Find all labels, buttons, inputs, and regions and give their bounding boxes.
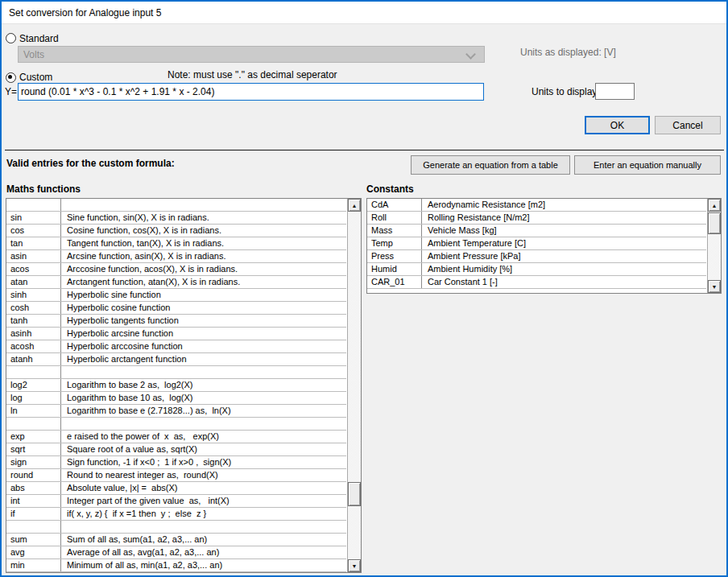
units-as-displayed-text: Units as displayed: [V] — [520, 47, 616, 58]
table-row[interactable]: MassVehicle Mass [kg] — [367, 225, 706, 237]
triangle-up-icon: ▲ — [712, 203, 718, 208]
function-description-cell: Hyperbolic arctangent function — [61, 353, 346, 365]
table-row[interactable]: intInteger part of the given value as, i… — [6, 495, 346, 508]
triangle-up-icon: ▲ — [352, 203, 358, 208]
function-description-cell: Hyperbolic cosine function — [61, 302, 346, 314]
function-description-cell — [61, 521, 346, 533]
function-description-cell — [61, 418, 346, 430]
function-description-cell: Square root of a value as, sqrt(X) — [61, 443, 346, 455]
constant-name-cell: Mass — [367, 225, 422, 237]
function-description-cell — [61, 199, 346, 211]
table-row[interactable] — [6, 199, 346, 212]
table-row[interactable]: lnLogarithm to base e (2.71828...) as, l… — [6, 405, 346, 418]
function-description-cell — [61, 366, 346, 378]
function-description-cell: Sine function, sin(X), X is in radians. — [61, 212, 346, 224]
table-row[interactable]: PressAmbient Pressure [kPa] — [367, 250, 706, 263]
table-row[interactable]: minMinimum of all as, min(a1, a2, a3,...… — [6, 559, 346, 572]
table-row[interactable]: atanhHyperbolic arctangent function — [6, 353, 346, 366]
constant-name-cell: Humid — [367, 263, 422, 275]
function-name-cell: exp — [6, 431, 61, 443]
maths-functions-heading: Maths functions — [6, 183, 81, 195]
table-row[interactable]: sinSine function, sin(X), X is in radian… — [6, 212, 346, 225]
formula-input[interactable] — [18, 83, 484, 101]
table-row[interactable]: coshHyperbolic cosine function — [6, 302, 346, 315]
function-name-cell: log — [6, 392, 61, 404]
constant-description-cell: Car Constant 1 [-] — [422, 276, 706, 288]
table-row[interactable] — [6, 418, 346, 431]
scroll-up-button[interactable]: ▲ — [348, 199, 361, 212]
maths-scrollbar[interactable]: ▲ ▼ — [347, 199, 361, 572]
function-description-cell: Hyperbolic tangents function — [61, 315, 346, 327]
ok-button[interactable]: OK — [585, 116, 650, 134]
dialog-title: Set conversion for Analogue input 5 — [9, 7, 161, 19]
table-row[interactable]: RollRolling Resistance [N/m2] — [367, 212, 706, 225]
function-name-cell: sum — [6, 534, 61, 546]
generate-equation-button[interactable]: Generate an equation from a table — [411, 155, 570, 175]
function-name-cell: tanh — [6, 315, 61, 327]
units-to-display-label: Units to display: — [532, 86, 600, 97]
scrollbar-thumb[interactable] — [708, 212, 721, 234]
function-name-cell: sqrt — [6, 443, 61, 455]
custom-radio-label: Custom — [19, 72, 52, 83]
triangle-down-icon: ▼ — [352, 563, 358, 569]
cancel-button[interactable]: Cancel — [655, 116, 721, 134]
function-description-cell: Minimum of all as, min(a1, a2, a3,... an… — [61, 559, 346, 571]
table-row[interactable]: avgAverage of all as, avg(a1, a2, a3,...… — [6, 546, 346, 559]
function-description-cell: Tangent function, tan(X), X is in radian… — [61, 237, 346, 249]
table-row[interactable]: HumidAmbient Humidity [%] — [367, 263, 706, 276]
constant-description-cell: Vehicle Mass [kg] — [422, 225, 706, 237]
function-description-cell: Hyperbolic sine function — [61, 289, 346, 301]
constant-description-cell: Rolling Resistance [N/m2] — [422, 212, 706, 224]
table-row[interactable]: asinhHyperbolic arcsine function — [6, 328, 346, 340]
table-row[interactable]: expe raised to the power of x as, exp(X) — [6, 431, 346, 443]
function-description-cell: Sum of all as, sum(a1, a2, a3,... an) — [61, 534, 346, 546]
triangle-up-button[interactable]: ▲ — [708, 199, 721, 212]
function-name-cell: log2 — [6, 379, 61, 391]
function-name-cell: atanh — [6, 353, 61, 365]
function-description-cell: Logarithm to base e (2.71828...) as, ln(… — [61, 405, 346, 417]
custom-radio[interactable] — [6, 72, 16, 83]
function-name-cell: if — [6, 508, 61, 520]
table-row[interactable]: acosArccosine function, acos(X), X is in… — [6, 263, 346, 276]
table-row[interactable]: sqrtSquare root of a value as, sqrt(X) — [6, 443, 346, 456]
standard-radio[interactable] — [6, 33, 16, 43]
table-row[interactable]: absAbsolute value, |x| = abs(X) — [6, 482, 346, 495]
function-name-cell: avg — [6, 546, 61, 558]
table-row[interactable] — [6, 521, 346, 534]
table-row[interactable]: asinArcsine function, asin(X), X is in r… — [6, 250, 346, 263]
table-row[interactable]: roundRound to nearest integer as, round(… — [6, 469, 346, 482]
constants-scrollbar[interactable]: ▲ ▼ — [707, 199, 721, 293]
set-conversion-dialog: Set conversion for Analogue input 5 Stan… — [0, 0, 728, 577]
table-row[interactable]: sinhHyperbolic sine function — [6, 289, 346, 302]
table-row[interactable]: tanTangent function, tan(X), X is in rad… — [6, 237, 346, 250]
table-row[interactable]: logLogarithm to base 10 as, log(X) — [6, 392, 346, 405]
table-row[interactable]: log2Logarithm to base 2 as, log2(X) — [6, 379, 346, 392]
function-name-cell: acosh — [6, 340, 61, 352]
function-name-cell: asinh — [6, 328, 61, 340]
scrollbar-thumb[interactable] — [348, 482, 361, 506]
table-row[interactable]: cosCosine function, cos(X), X is in radi… — [6, 225, 346, 237]
table-row[interactable]: atanArctangent function, atan(X), X is i… — [6, 276, 346, 289]
table-row[interactable]: acoshHyperbolic arccosine function — [6, 340, 346, 353]
standard-units-dropdown: Volts — [18, 46, 485, 63]
enter-equation-button[interactable]: Enter an equation manually — [574, 155, 721, 175]
scroll-down-button[interactable]: ▼ — [348, 559, 361, 572]
table-row[interactable]: CdAAerodynamic Resistance [m2] — [367, 199, 706, 212]
chevron-down-icon — [465, 49, 476, 60]
dropdown-selected-value: Volts — [23, 49, 44, 60]
table-row[interactable]: CAR_01Car Constant 1 [-] — [367, 276, 706, 289]
table-row[interactable]: sumSum of all as, sum(a1, a2, a3,... an) — [6, 534, 346, 546]
constant-name-cell: CdA — [367, 199, 422, 211]
units-to-display-input[interactable] — [595, 83, 635, 100]
constants-rows: CdAAerodynamic Resistance [m2]RollRollin… — [367, 199, 706, 293]
table-row[interactable]: tanhHyperbolic tangents function — [6, 315, 346, 328]
title-bar: Set conversion for Analogue input 5 — [2, 2, 726, 24]
table-row[interactable]: ifif( x, y, z) { if x =1 then y ; else z… — [6, 508, 346, 521]
table-row[interactable]: TempAmbient Temperature [C] — [367, 237, 706, 250]
function-name-cell — [6, 366, 61, 378]
table-row[interactable]: signSign function, -1 if x<0 ; 1 if x>0 … — [6, 456, 346, 469]
table-row[interactable] — [6, 366, 346, 379]
triangle-down-button[interactable]: ▼ — [708, 280, 721, 293]
function-name-cell: sin — [6, 212, 61, 224]
function-name-cell — [6, 199, 61, 211]
